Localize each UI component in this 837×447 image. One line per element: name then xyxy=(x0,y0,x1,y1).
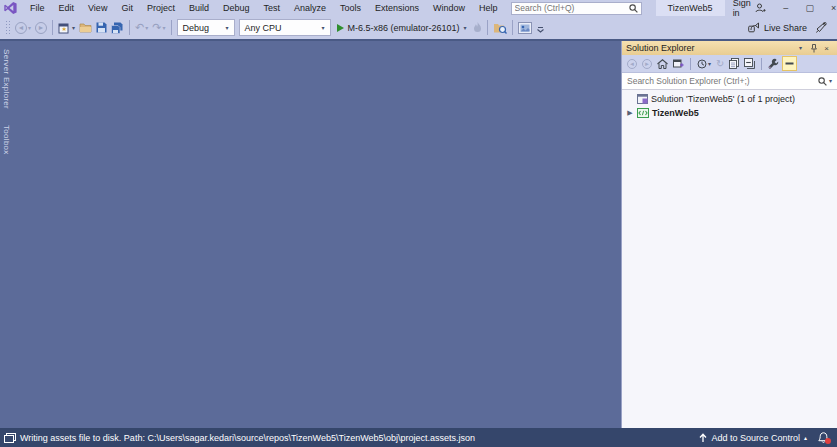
menu-file[interactable]: File xyxy=(23,0,52,16)
properties-button[interactable] xyxy=(766,56,781,71)
menu-test[interactable]: Test xyxy=(256,0,287,16)
search-icon xyxy=(629,4,641,13)
minimize-button[interactable]: – xyxy=(774,0,798,16)
start-debugging-button[interactable]: M-6.5-x86 (emulator-26101) ▾ xyxy=(333,18,471,37)
platform-value: Any CPU xyxy=(245,23,322,33)
toolbar-grip[interactable] xyxy=(5,20,10,36)
menu-project[interactable]: Project xyxy=(140,0,182,16)
chevron-down-icon: ▾ xyxy=(321,25,324,31)
navigate-back-button[interactable]: ◄ ▾ xyxy=(13,18,33,37)
document-well[interactable] xyxy=(13,41,621,428)
find-in-files-button[interactable] xyxy=(491,18,509,37)
redo-button[interactable]: ↷ ▾ xyxy=(150,18,167,37)
hot-reload-button[interactable] xyxy=(471,18,484,37)
solution-explorer-panel: Solution Explorer ▾ × ◄ ► ▾ xyxy=(621,41,837,428)
visual-studio-logo-icon xyxy=(4,2,17,14)
sign-in-button[interactable]: Sign in xyxy=(725,0,774,16)
solution-icon xyxy=(637,94,648,104)
sync-with-active-document-button[interactable] xyxy=(782,56,797,71)
menu-build[interactable]: Build xyxy=(182,0,216,16)
background-tasks-icon[interactable] xyxy=(4,433,16,443)
standard-toolbar: ◄ ▾ ► ▾ ↶ xyxy=(0,16,837,39)
back-icon: ◄ xyxy=(15,22,27,34)
navigate-forward-button[interactable]: ► xyxy=(33,18,49,37)
sidebar-item-server-explorer[interactable]: Server Explorer xyxy=(0,43,13,115)
add-to-source-control-button[interactable]: Add to Source Control ▴ xyxy=(693,428,813,447)
search-options[interactable]: ▾ xyxy=(813,77,837,86)
user-account-icon xyxy=(755,3,766,13)
project-label: TizenWeb5 xyxy=(652,108,699,118)
tree-row-solution[interactable]: Solution 'TizenWeb5' (1 of 1 project) xyxy=(622,92,837,106)
chevron-down-icon: ▾ xyxy=(225,25,228,31)
close-panel-button[interactable]: × xyxy=(820,42,833,54)
main-area: Server Explorer Toolbox Solution Explore… xyxy=(0,39,837,428)
switch-views-icon xyxy=(673,59,684,69)
forward-icon: ► xyxy=(642,59,652,69)
status-bar: Writing assets file to disk. Path: C:\Us… xyxy=(0,428,837,447)
se-forward-button[interactable]: ► xyxy=(640,56,654,71)
switch-views-button[interactable] xyxy=(671,56,686,71)
open-folder-icon xyxy=(79,22,92,33)
quick-search-box[interactable] xyxy=(511,2,642,15)
show-all-files-icon xyxy=(729,58,739,69)
refresh-button[interactable]: ↻ xyxy=(714,56,726,71)
collapse-all-button[interactable] xyxy=(742,56,757,71)
search-icon xyxy=(818,77,827,86)
chevron-down-icon xyxy=(537,29,544,33)
notifications-button[interactable] xyxy=(813,428,833,447)
tizen-project-icon xyxy=(637,108,649,118)
left-tab-strip: Server Explorer Toolbox xyxy=(0,41,13,428)
new-project-button[interactable]: ▾ xyxy=(56,18,77,37)
notification-badge xyxy=(825,438,831,444)
emulator-manager-button[interactable] xyxy=(516,18,534,37)
solution-explorer-search-input[interactable] xyxy=(622,76,813,86)
menu-help[interactable]: Help xyxy=(472,0,505,16)
sidebar-item-toolbox[interactable]: Toolbox xyxy=(0,119,13,161)
menu-view[interactable]: View xyxy=(81,0,114,16)
chevron-down-icon: ▾ xyxy=(145,25,148,31)
menu-edit[interactable]: Edit xyxy=(52,0,82,16)
menu-extensions[interactable]: Extensions xyxy=(368,0,426,16)
menu-debug[interactable]: Debug xyxy=(216,0,257,16)
close-button[interactable]: × xyxy=(822,0,837,16)
solution-platform-dropdown[interactable]: Any CPU ▾ xyxy=(239,19,331,36)
chevron-down-icon: ▾ xyxy=(464,25,467,31)
window-position-button[interactable]: ▾ xyxy=(794,42,807,54)
live-share-button[interactable]: Live Share xyxy=(742,18,813,37)
collapse-all-icon xyxy=(744,58,755,69)
menu-window[interactable]: Window xyxy=(426,0,472,16)
menu-git[interactable]: Git xyxy=(114,0,140,16)
solution-configuration-dropdown[interactable]: Debug ▾ xyxy=(177,19,235,36)
maximize-button[interactable]: ▢ xyxy=(798,0,822,16)
undo-button[interactable]: ↶ ▾ xyxy=(133,18,150,37)
configuration-value: Debug xyxy=(183,23,226,33)
save-all-button[interactable] xyxy=(109,18,126,37)
menu-tools[interactable]: Tools xyxy=(333,0,368,16)
live-share-icon xyxy=(748,22,760,33)
chevron-up-icon: ▴ xyxy=(804,434,807,441)
send-feedback-button[interactable] xyxy=(813,18,829,37)
open-folder-button[interactable] xyxy=(77,18,94,37)
expander-icon[interactable]: ▶ xyxy=(626,109,634,117)
new-project-icon xyxy=(58,22,71,34)
save-button[interactable] xyxy=(94,18,109,37)
solution-tree: Solution 'TizenWeb5' (1 of 1 project) ▶ … xyxy=(622,90,837,428)
pending-changes-filter-button[interactable]: ▾ xyxy=(695,56,713,71)
window-controls: – ▢ × xyxy=(774,0,837,16)
redo-icon: ↷ xyxy=(152,22,161,33)
wrench-icon xyxy=(768,58,779,69)
menu-analyze[interactable]: Analyze xyxy=(287,0,333,16)
show-all-files-button[interactable] xyxy=(727,56,741,71)
undo-icon: ↶ xyxy=(135,22,144,33)
tree-row-project[interactable]: ▶ TizenWeb5 xyxy=(622,106,837,120)
filter-clock-icon xyxy=(697,59,707,69)
solution-explorer-header[interactable]: Solution Explorer ▾ × xyxy=(622,41,837,55)
solution-explorer-search-box[interactable]: ▾ xyxy=(622,73,837,90)
feedback-icon xyxy=(815,22,827,34)
pin-icon[interactable] xyxy=(807,42,820,54)
home-button[interactable] xyxy=(655,56,670,71)
toolbar-overflow-button[interactable] xyxy=(534,25,547,35)
se-back-button[interactable]: ◄ xyxy=(625,56,639,71)
quick-search-input[interactable] xyxy=(512,3,629,13)
play-icon xyxy=(337,24,344,32)
